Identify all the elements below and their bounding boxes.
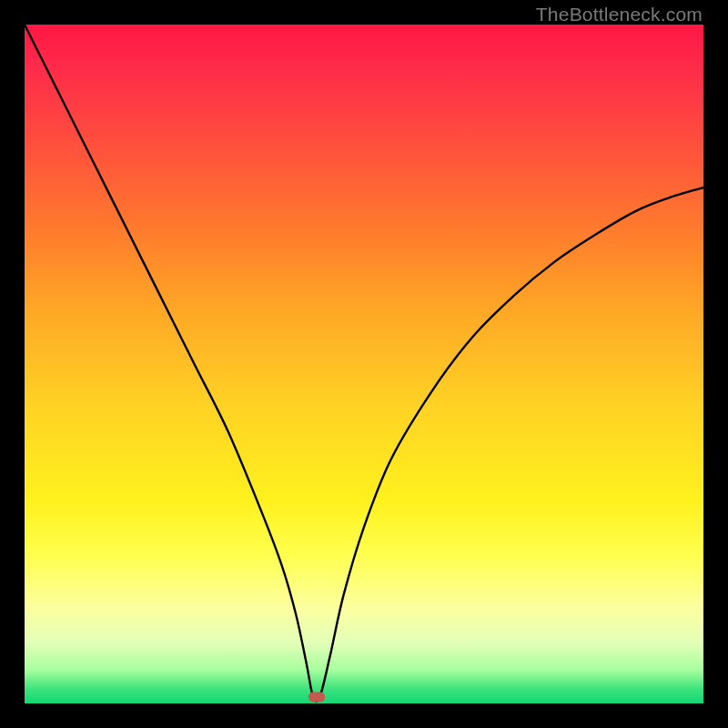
- plot-area: [25, 25, 703, 703]
- chart-frame: TheBottleneck.com: [0, 0, 728, 728]
- watermark-text: TheBottleneck.com: [536, 4, 703, 25]
- optimum-marker: [308, 692, 325, 702]
- bottleneck-curve: [25, 25, 703, 703]
